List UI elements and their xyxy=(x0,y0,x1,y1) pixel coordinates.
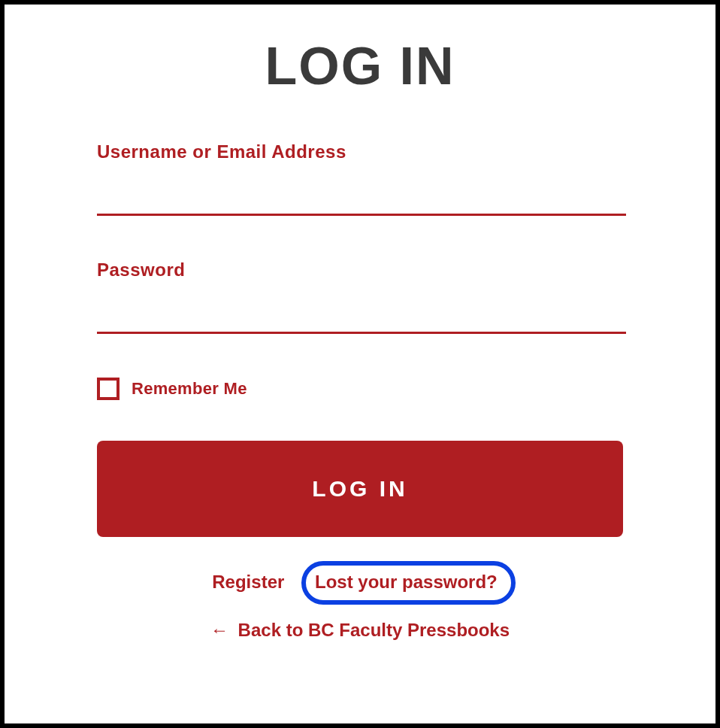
username-field-group: Username or Email Address xyxy=(97,141,623,216)
password-label: Password xyxy=(97,259,623,281)
remember-checkbox[interactable] xyxy=(97,378,119,400)
login-form: LOG IN Username or Email Address Passwor… xyxy=(97,36,623,641)
password-field-group: Password xyxy=(97,259,623,334)
username-label: Username or Email Address xyxy=(97,141,623,162)
register-link[interactable]: Register xyxy=(212,572,284,592)
page-title: LOG IN xyxy=(97,36,623,96)
back-link-label: Back to BC Faculty Pressbooks xyxy=(238,620,510,640)
login-screen-frame: LOG IN Username or Email Address Passwor… xyxy=(0,0,720,728)
password-input[interactable] xyxy=(97,297,626,334)
remember-row: Remember Me xyxy=(97,378,623,400)
back-link[interactable]: ← Back to BC Faculty Pressbooks xyxy=(210,620,510,640)
lost-password-link[interactable]: Lost your password? xyxy=(315,572,498,592)
back-link-row: ← Back to BC Faculty Pressbooks xyxy=(97,620,623,641)
login-button[interactable]: LOG IN xyxy=(97,441,623,537)
remember-label: Remember Me xyxy=(132,379,247,399)
arrow-left-icon: ← xyxy=(210,620,228,640)
auth-links-row: Register Lost your password? xyxy=(97,567,623,597)
username-input[interactable] xyxy=(97,179,626,216)
lost-password-wrap: Lost your password? xyxy=(304,567,508,597)
